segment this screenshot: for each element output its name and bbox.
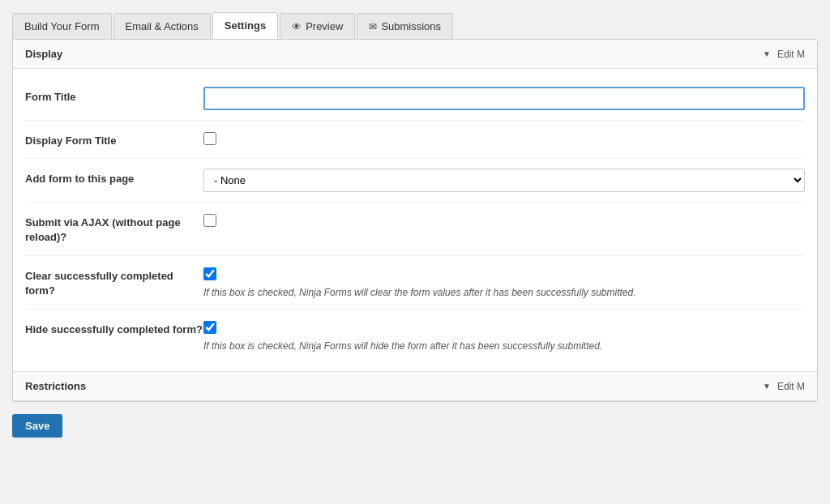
tab-preview[interactable]: 👁 Preview — [280, 13, 355, 39]
hide-completed-control: If this box is checked, Ninja Forms will… — [203, 319, 805, 353]
add-form-control: - None — [203, 169, 805, 192]
eye-icon: 👁 — [292, 21, 302, 32]
restrictions-collapse-icon[interactable]: ▼ — [763, 382, 771, 391]
ajax-row: Submit via AJAX (without page reload)? — [25, 203, 805, 255]
tab-build[interactable]: Build Your Form — [12, 13, 112, 39]
save-button[interactable]: Save — [12, 414, 62, 438]
form-title-row: Form Title — [25, 77, 805, 121]
clear-completed-label: Clear successfully completed form? — [25, 266, 203, 298]
hide-completed-label: Hide successfully completed form? — [25, 319, 203, 337]
collapse-arrow-icon[interactable]: ▼ — [763, 49, 771, 58]
display-section: Display ▼ Edit M Form Title Display Form… — [13, 40, 817, 372]
clear-completed-hint: If this box is checked, Ninja Forms will… — [203, 286, 805, 300]
form-title-label: Form Title — [25, 87, 203, 105]
form-title-control — [203, 87, 805, 110]
display-form-table: Form Title Display Form Title Add form t… — [13, 69, 817, 371]
display-section-title: Display — [25, 48, 62, 60]
content-area: Display ▼ Edit M Form Title Display Form… — [12, 39, 818, 402]
add-form-select[interactable]: - None — [203, 169, 805, 192]
display-form-title-control — [203, 130, 805, 147]
restrictions-section-header: Restrictions ▼ Edit M — [13, 372, 817, 400]
tabs-bar: Build Your Form Email & Actions Settings… — [12, 12, 818, 39]
ajax-label: Submit via AJAX (without page reload)? — [25, 212, 203, 245]
clear-completed-row: Clear successfully completed form? If th… — [25, 256, 805, 310]
display-form-title-row: Display Form Title — [25, 121, 805, 159]
tab-submissions[interactable]: ✉ Submissions — [357, 13, 453, 39]
hide-completed-checkbox[interactable] — [203, 321, 216, 334]
restrictions-section-actions: ▼ Edit M — [763, 381, 805, 392]
display-form-title-checkbox[interactable] — [203, 132, 216, 145]
clear-completed-checkbox[interactable] — [203, 267, 216, 280]
ajax-checkbox[interactable] — [203, 214, 216, 227]
restrictions-edit-label[interactable]: Edit M — [777, 381, 805, 392]
restrictions-section-title: Restrictions — [25, 380, 86, 392]
edit-label[interactable]: Edit M — [777, 49, 805, 60]
add-form-label: Add form to this page — [25, 169, 203, 186]
hide-completed-row: Hide successfully completed form? If thi… — [25, 310, 805, 363]
display-form-title-label: Display Form Title — [25, 130, 203, 148]
restrictions-section: Restrictions ▼ Edit M — [13, 372, 817, 401]
display-section-actions: ▼ Edit M — [763, 49, 805, 60]
form-title-input[interactable] — [203, 87, 805, 110]
hide-completed-hint: If this box is checked, Ninja Forms will… — [203, 340, 805, 353]
tab-settings[interactable]: Settings — [212, 12, 278, 39]
ajax-control — [203, 212, 805, 229]
envelope-icon: ✉ — [369, 21, 377, 32]
add-form-row: Add form to this page - None — [25, 159, 805, 203]
clear-completed-control: If this box is checked, Ninja Forms will… — [203, 266, 805, 300]
tab-email[interactable]: Email & Actions — [113, 13, 211, 39]
display-section-header: Display ▼ Edit M — [13, 40, 817, 69]
